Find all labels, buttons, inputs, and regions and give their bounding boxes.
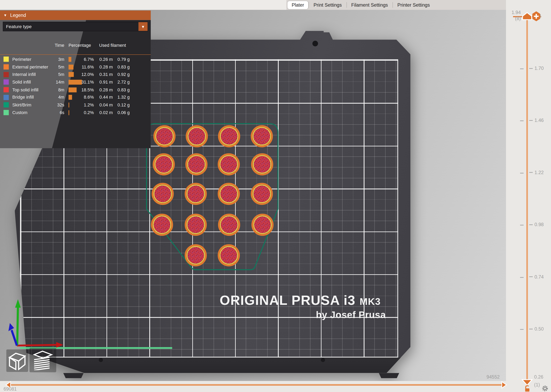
tab-separator bbox=[309, 2, 309, 8]
feature-color-swatch bbox=[3, 110, 9, 115]
percentage-bar bbox=[69, 80, 82, 84]
main-tabs: PlaterPrint SettingsFilament SettingsPri… bbox=[287, 0, 434, 10]
printed-object-disc bbox=[186, 184, 206, 204]
percentage-bar bbox=[69, 64, 73, 69]
feature-name: Bridge infill bbox=[12, 95, 34, 100]
gear-icon[interactable] bbox=[542, 385, 549, 392]
feature-percentage: 0.2% bbox=[84, 110, 94, 115]
printed-object-disc bbox=[186, 215, 206, 235]
feature-name: Internal infill bbox=[12, 72, 36, 77]
layer-tick-label: 0.74 bbox=[535, 274, 544, 279]
used-filament-g: 0.12 g bbox=[117, 103, 130, 107]
tab-print-settings[interactable]: Print Settings bbox=[309, 1, 346, 9]
legend-row: Skirt/Brim32s1.2%0.04 m0.12 g bbox=[0, 101, 151, 109]
view-type-value: Feature type bbox=[6, 24, 32, 29]
layer-tick-dash bbox=[520, 225, 523, 225]
axes-gizmo bbox=[8, 299, 63, 348]
layer-tick-dash bbox=[529, 172, 533, 173]
tab-separator bbox=[346, 2, 347, 8]
percentage-bar bbox=[69, 110, 69, 115]
tab-plater[interactable]: Plater bbox=[287, 1, 308, 9]
layer-tick-dash bbox=[520, 120, 523, 121]
feature-time: 8m bbox=[58, 87, 64, 92]
feature-color-swatch bbox=[3, 95, 9, 100]
layer-tick: 1.70 bbox=[529, 66, 544, 71]
move-slider-right-handle[interactable] bbox=[501, 381, 507, 390]
feature-time: 6s bbox=[60, 110, 64, 115]
layer-tick: 1.46 bbox=[529, 118, 544, 123]
used-filament-g: 0.83 g bbox=[117, 87, 130, 92]
tab-filament-settings[interactable]: Filament Settings bbox=[347, 1, 392, 9]
layer-tick-label: 0.98 bbox=[535, 222, 544, 227]
feature-color-swatch bbox=[3, 79, 9, 85]
feature-name: External perimeter bbox=[12, 64, 48, 69]
printed-object-disc bbox=[219, 126, 239, 147]
layer-tick-label: 1.46 bbox=[535, 118, 544, 123]
chevron-down-icon[interactable]: ▼ bbox=[138, 22, 148, 31]
layer-slider-rail bbox=[506, 0, 551, 392]
printed-object-disc bbox=[186, 245, 206, 266]
legend-header[interactable]: ▼ Legend bbox=[0, 10, 151, 20]
legend-row: Solid infill14m31.1%0.91 m2.72 g bbox=[0, 78, 151, 86]
legend-row: External perimeter5m11.6%0.28 m0.83 g bbox=[0, 63, 151, 71]
used-filament-m: 0.44 m bbox=[100, 95, 113, 100]
move-slider-track[interactable] bbox=[10, 384, 503, 385]
printed-object-disc bbox=[219, 215, 239, 235]
feature-color-swatch bbox=[3, 102, 9, 108]
printed-object-disc bbox=[219, 154, 239, 175]
used-filament-g: 0.92 g bbox=[117, 72, 130, 77]
feature-name: Custom bbox=[12, 110, 27, 115]
legend-title: Legend bbox=[10, 13, 26, 18]
layer-tick-label: 1.70 bbox=[535, 66, 544, 71]
legend-body: Feature type ▼ Time Percentage Used fila… bbox=[0, 20, 151, 148]
legend-panel: ▼ Legend Feature type ▼ Time Percentage … bbox=[0, 10, 151, 148]
printed-object-disc bbox=[152, 184, 173, 204]
used-filament-g: 1.32 g bbox=[117, 95, 130, 100]
legend-column-headers: Time Percentage Used filament bbox=[0, 43, 151, 49]
printed-object-disc bbox=[219, 245, 239, 266]
printed-object-disc bbox=[252, 126, 272, 147]
used-filament-m: 0.31 m bbox=[100, 72, 113, 77]
percentage-bar bbox=[69, 87, 76, 92]
used-filament-g: 0.79 g bbox=[117, 57, 130, 62]
layer-slider-top-handle[interactable] bbox=[522, 12, 533, 22]
printed-object-disc bbox=[154, 126, 175, 147]
legend-row: Top solid infill8m18.5%0.28 m0.83 g bbox=[0, 86, 151, 94]
lock-icon[interactable] bbox=[524, 385, 531, 392]
col-time: Time bbox=[55, 43, 64, 48]
used-filament-m: 0.02 m bbox=[100, 110, 113, 115]
bed-screw-hole bbox=[321, 358, 325, 362]
used-filament-g: 0.83 g bbox=[117, 64, 130, 69]
layer-tick-dash bbox=[520, 329, 523, 330]
used-filament-m: 0.28 m bbox=[100, 64, 113, 69]
col-percentage: Percentage bbox=[69, 43, 91, 48]
move-slider-rail bbox=[0, 381, 506, 392]
layer-slider-track[interactable] bbox=[527, 14, 528, 384]
layer-tick-dash bbox=[529, 276, 533, 277]
layer-tick: 0.50 bbox=[529, 326, 544, 332]
legend-row: Custom6s0.2%0.02 m0.06 g bbox=[0, 109, 151, 117]
x-axis-arrow bbox=[56, 342, 63, 348]
printed-object-disc bbox=[152, 215, 172, 235]
layer-tick-dash bbox=[529, 329, 533, 329]
move-slider-min-label: 69081 bbox=[3, 386, 17, 392]
legend-row: Internal infill5m12.0%0.31 m0.92 g bbox=[0, 71, 151, 78]
layer-tick-label: 0.50 bbox=[535, 326, 544, 332]
legend-row: Perimeter3m6.7%0.26 m0.79 g bbox=[0, 56, 151, 63]
printed-object-disc bbox=[252, 215, 273, 235]
tab-printer-settings[interactable]: Printer Settings bbox=[393, 1, 434, 9]
printed-object-disc bbox=[187, 126, 207, 147]
tab-separator bbox=[393, 2, 393, 8]
feature-percentage: 11.6% bbox=[82, 64, 94, 69]
bed-hole bbox=[313, 41, 318, 46]
view-type-dropdown[interactable]: Feature type ▼ bbox=[3, 22, 148, 31]
layer-bottom-count: (1) bbox=[534, 382, 540, 387]
preview-layers-button[interactable] bbox=[29, 348, 56, 372]
editor-3d-view-button[interactable] bbox=[6, 350, 28, 372]
layer-tick: 1.22 bbox=[529, 170, 544, 175]
feature-color-swatch bbox=[3, 72, 9, 77]
feature-time: 5m bbox=[58, 64, 64, 69]
percentage-bar bbox=[69, 95, 72, 100]
layer-top-count: (8) bbox=[509, 16, 521, 21]
printed-objects bbox=[152, 126, 273, 266]
